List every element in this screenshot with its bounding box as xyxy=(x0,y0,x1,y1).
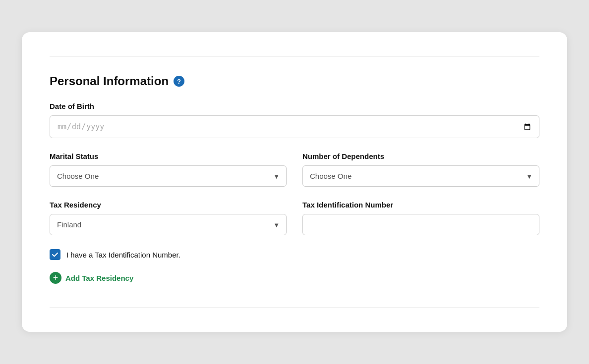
marital-status-select[interactable]: Choose One Single Married Divorced Widow… xyxy=(50,165,287,187)
checkbox-label: I have a Tax Identification Number. xyxy=(66,251,180,259)
section-header: Personal Information ? xyxy=(50,74,539,88)
tax-identification-number-input[interactable] xyxy=(302,214,539,235)
page-title: Personal Information xyxy=(50,74,169,88)
number-of-dependents-group: Number of Dependents Choose One 0 1 2 3 … xyxy=(302,152,539,187)
tax-residency-group: Tax Residency Finland Sweden Norway Denm… xyxy=(50,201,287,235)
marital-status-select-wrapper: Choose One Single Married Divorced Widow… xyxy=(50,165,287,187)
marital-dependents-row: Marital Status Choose One Single Married… xyxy=(50,152,539,187)
tax-residency-select[interactable]: Finland Sweden Norway Denmark Estonia xyxy=(50,214,287,235)
help-icon[interactable]: ? xyxy=(174,76,184,87)
tax-residency-label: Tax Residency xyxy=(50,201,287,209)
bottom-divider xyxy=(50,308,539,308)
tax-identification-number-label: Tax Identification Number xyxy=(302,201,539,209)
marital-status-group: Marital Status Choose One Single Married… xyxy=(50,152,287,187)
date-of-birth-field: Date of Birth xyxy=(50,102,539,138)
date-of-birth-label: Date of Birth xyxy=(50,102,539,110)
checkmark-icon xyxy=(52,251,59,258)
personal-information-card: Personal Information ? Date of Birth Mar… xyxy=(22,32,567,332)
add-tax-residency-button[interactable]: + Add Tax Residency xyxy=(50,272,133,284)
tax-id-checkbox[interactable] xyxy=(50,249,60,260)
number-of-dependents-label: Number of Dependents xyxy=(302,152,539,160)
tax-residency-select-wrapper: Finland Sweden Norway Denmark Estonia ▼ xyxy=(50,214,287,235)
checkbox-row: I have a Tax Identification Number. xyxy=(50,249,539,260)
number-of-dependents-select[interactable]: Choose One 0 1 2 3 4 5+ xyxy=(302,165,539,187)
tax-residency-row: Tax Residency Finland Sweden Norway Denm… xyxy=(50,201,539,235)
add-icon: + xyxy=(50,272,61,284)
add-tax-residency-label: Add Tax Residency xyxy=(65,274,133,282)
number-of-dependents-select-wrapper: Choose One 0 1 2 3 4 5+ ▼ xyxy=(302,165,539,187)
top-divider xyxy=(50,56,539,56)
tax-identification-number-group: Tax Identification Number xyxy=(302,201,539,235)
date-of-birth-input[interactable] xyxy=(50,115,539,138)
marital-status-label: Marital Status xyxy=(50,152,287,160)
